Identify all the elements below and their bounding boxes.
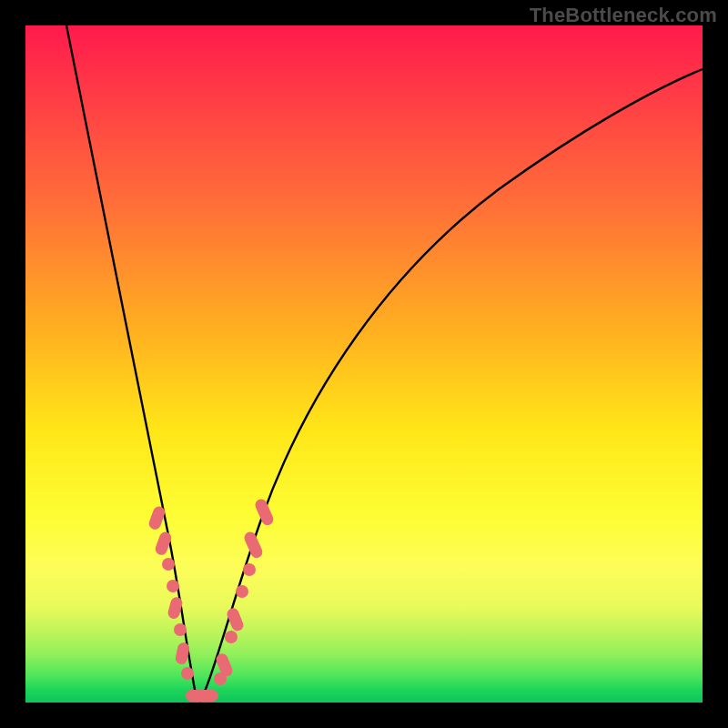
svg-point-13 xyxy=(236,585,248,598)
svg-rect-0 xyxy=(147,505,167,531)
svg-point-3 xyxy=(167,580,179,592)
watermark-text: TheBottleneck.com xyxy=(530,4,717,27)
svg-point-9 xyxy=(214,672,227,685)
chart-svg xyxy=(25,25,703,703)
svg-rect-1 xyxy=(154,531,173,557)
svg-point-5 xyxy=(174,623,187,636)
bottleneck-curve xyxy=(66,25,703,701)
chart-plot-area xyxy=(25,25,703,703)
svg-point-11 xyxy=(225,631,238,643)
svg-point-14 xyxy=(243,563,256,576)
svg-rect-8 xyxy=(186,690,218,702)
svg-point-7 xyxy=(181,667,194,680)
svg-rect-6 xyxy=(175,642,191,665)
svg-rect-10 xyxy=(215,652,235,678)
svg-rect-16 xyxy=(253,497,275,527)
svg-point-2 xyxy=(162,558,175,571)
svg-rect-12 xyxy=(226,606,246,632)
svg-rect-15 xyxy=(242,530,264,560)
svg-rect-4 xyxy=(167,596,184,621)
marker-cluster xyxy=(147,497,276,702)
